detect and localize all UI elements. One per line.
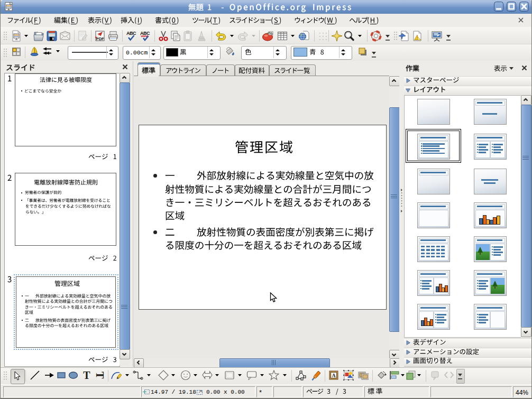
svg-text:T: T [95,372,105,379]
svg-text:PDF: PDF [96,36,104,41]
svg-text:ABC: ABC [140,31,150,36]
svg-text:A: A [332,373,336,378]
svg-text:T: T [83,370,90,381]
svg-text:ABC: ABC [126,31,136,36]
